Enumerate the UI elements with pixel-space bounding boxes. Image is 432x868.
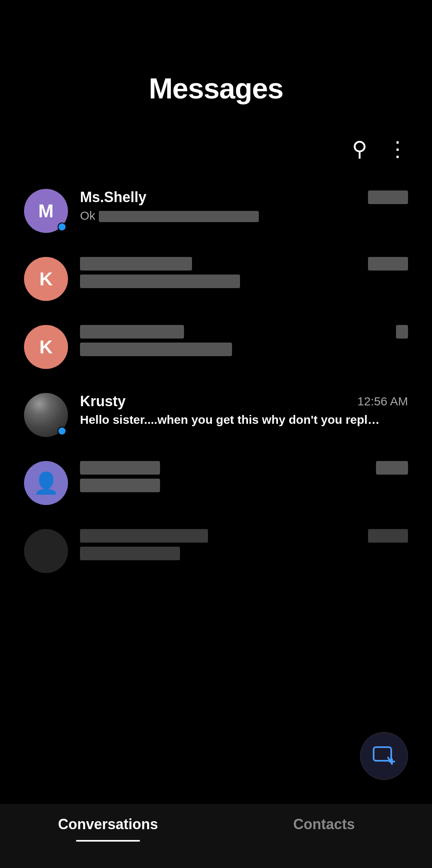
conv-header-row (80, 257, 408, 271)
avatar: K (24, 325, 68, 369)
preview-redacted (80, 275, 240, 288)
conversation-body (80, 461, 408, 492)
contact-name-redacted (80, 529, 208, 543)
message-time-redacted (368, 257, 408, 271)
search-icon[interactable]: ⚲ (352, 137, 367, 161)
conversation-item[interactable]: K (0, 313, 432, 381)
conv-header-row (80, 529, 408, 543)
toolbar: ⚲ ⋮ (0, 129, 432, 177)
preview-redacted (80, 547, 180, 560)
person-icon: 👤 (33, 471, 59, 495)
page-title: Messages (0, 72, 432, 105)
conversation-item[interactable]: K (0, 245, 432, 313)
online-indicator (58, 427, 66, 435)
message-preview: Ok (80, 209, 380, 223)
more-options-icon[interactable]: ⋮ (387, 137, 408, 161)
page-header: Messages (0, 0, 432, 129)
message-time-redacted (396, 325, 408, 339)
conversation-item[interactable]: 👤 (0, 449, 432, 517)
conv-header-row (80, 325, 408, 339)
message-time (368, 190, 408, 204)
message-time-redacted (376, 461, 408, 475)
compose-fab[interactable] (360, 732, 408, 780)
contact-name-redacted (80, 325, 184, 339)
avatar-wrap: K (24, 257, 68, 301)
contact-name: Krusty (80, 393, 126, 410)
message-time-redacted (368, 529, 408, 543)
conversation-item[interactable] (0, 517, 432, 585)
tab-conversations-label: Conversations (58, 816, 158, 837)
conv-header-row (80, 461, 408, 475)
tab-contacts-label: Contacts (293, 816, 355, 837)
compose-icon (372, 744, 396, 768)
conversation-body: Ms.Shelly Ok (80, 189, 408, 223)
contact-name: Ms.Shelly (80, 189, 146, 206)
message-preview (80, 546, 380, 560)
conversation-item[interactable]: M Ms.Shelly Ok (0, 177, 432, 245)
avatar-wrap (24, 529, 68, 573)
avatar-wrap: 👤 (24, 461, 68, 505)
message-preview (80, 478, 380, 492)
avatar (24, 529, 68, 573)
online-indicator (58, 223, 66, 231)
conversation-body (80, 257, 408, 288)
avatar-wrap: K (24, 325, 68, 369)
tab-conversations[interactable]: Conversations (0, 816, 216, 842)
avatar: K (24, 257, 68, 301)
message-time: 12:56 AM (357, 395, 408, 408)
conv-header-row: Krusty 12:56 AM (80, 393, 408, 410)
contact-name-redacted (80, 257, 192, 271)
message-preview (80, 274, 380, 288)
conversation-body (80, 529, 408, 560)
avatar-wrap: M (24, 189, 68, 233)
conversation-body: Krusty 12:56 AM Hello sister....when you… (80, 393, 408, 427)
conversations-list: M Ms.Shelly Ok K K (0, 177, 432, 585)
bottom-navigation: Conversations Contacts (0, 804, 432, 868)
conv-header-row: Ms.Shelly (80, 189, 408, 206)
tab-contacts[interactable]: Contacts (216, 816, 432, 837)
contact-name-redacted (80, 461, 160, 475)
conversation-item[interactable]: Krusty 12:56 AM Hello sister....when you… (0, 381, 432, 449)
message-preview (80, 342, 380, 356)
message-preview: Hello sister....when you get this why do… (80, 413, 380, 427)
avatar: 👤 (24, 461, 68, 505)
preview-redacted (80, 479, 160, 492)
preview-redacted (80, 343, 232, 356)
conversation-body (80, 325, 408, 356)
avatar-wrap (24, 393, 68, 437)
